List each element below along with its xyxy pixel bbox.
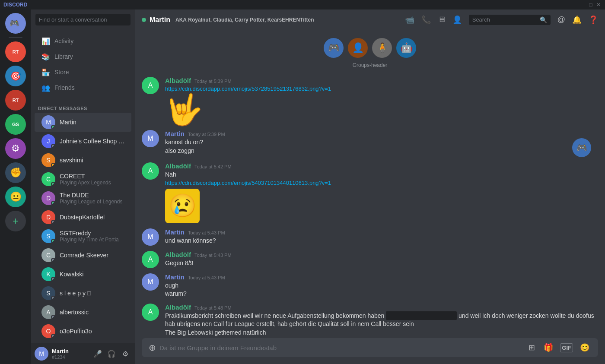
dm-avatar: C: [41, 248, 55, 262]
dm-item-coreet[interactable]: C COREET Playing Apex Legends: [35, 170, 131, 189]
message-group: M Martin Today at 5:39 PM kannst du on? …: [135, 128, 605, 159]
close-button[interactable]: ✕: [595, 2, 602, 8]
msg-content: Albadölf Today at 5:48 PM Praktikumsberi…: [165, 304, 598, 337]
dm-item-o3o[interactable]: O o3oPuffio3o: [35, 322, 131, 341]
mute-button[interactable]: 🎤: [92, 348, 104, 360]
add-server-button[interactable]: +: [5, 211, 26, 231]
message-group: A Albadölf Today at 5:42 PM Nah https://…: [135, 161, 605, 225]
username: Martin: [52, 348, 88, 355]
dm-status-dot: [51, 296, 55, 300]
dm-item-savshimi[interactable]: S savshimi: [35, 151, 131, 170]
attach-button[interactable]: ⊕: [149, 338, 156, 357]
dm-name-wrap: DubstepKartoffel: [60, 214, 128, 221]
server-icon-gear[interactable]: ⚙: [5, 138, 26, 159]
group-avatar-3: 🧍: [371, 37, 393, 59]
server-icon-fist[interactable]: ✊: [5, 162, 26, 183]
dm-name: Martin: [60, 119, 128, 126]
dm-sub: Playing My Time At Portia: [60, 237, 128, 243]
at-icon[interactable]: @: [557, 15, 565, 24]
library-icon: 📚: [41, 52, 50, 61]
msg-timestamp: Today at 5:39 PM: [188, 132, 225, 137]
dm-item-martin[interactable]: M Martin: [35, 113, 131, 132]
dm-item-tox[interactable]: T Tox: [35, 341, 131, 343]
dm-name: Comrade Skeever: [60, 252, 128, 259]
server-icon-rt[interactable]: RT: [5, 90, 26, 111]
dm-item-dubstep[interactable]: D DubstepKartoffel: [35, 208, 131, 227]
dm-status-dot: [51, 220, 55, 224]
help-icon[interactable]: ❓: [589, 15, 598, 25]
server-bar: 🎮 RT 🎯 RT GS ⚙ ✊ 😐 +: [0, 9, 31, 364]
store-icon: 🏪: [41, 68, 50, 76]
inbox-icon[interactable]: 🔔: [572, 15, 582, 25]
maximize-button[interactable]: □: [588, 2, 594, 8]
message-input[interactable]: [159, 339, 523, 356]
msg-header: Martin Today at 5:43 PM: [165, 273, 598, 281]
msg-link[interactable]: https://cdn.discordapp.com/emojis/537285…: [165, 85, 331, 92]
dm-item-thedude[interactable]: D The DUDE Playing League of Legends: [35, 189, 131, 208]
user-tag: #1234: [52, 355, 88, 360]
dm-item-albertossic[interactable]: A albertossic: [35, 303, 131, 322]
dm-name-wrap: SGTFreddy Playing My Time At Portia: [60, 230, 128, 243]
msg-author: Martin: [165, 273, 185, 281]
add-friend-icon[interactable]: 👤: [452, 15, 462, 25]
server-icon-2[interactable]: 🎯: [5, 66, 26, 86]
dm-nav: 📊 Activity 📚 Library 🏪 Store 👥 Friends: [31, 30, 135, 99]
dm-name-wrap: The DUDE Playing League of Legends: [60, 192, 128, 205]
settings-button[interactable]: ⚙: [119, 348, 131, 360]
nav-friends[interactable]: 👥 Friends: [35, 80, 131, 95]
group-avatar-2: 👤: [347, 37, 369, 59]
nav-library[interactable]: 📚 Library: [35, 49, 131, 64]
user-avatar: M: [35, 347, 48, 361]
dm-name-wrap: albertossic: [60, 309, 128, 316]
dm-status-dot: [51, 144, 55, 148]
groups-header-label: Groups-header: [353, 62, 388, 68]
server-icon-gs[interactable]: GS: [5, 114, 26, 135]
nitro-gift-icon[interactable]: ⊞: [527, 341, 537, 354]
dm-status-dot: [51, 125, 55, 129]
msg-header: Martin Today at 5:43 PM: [165, 228, 598, 236]
header-search-input[interactable]: [472, 16, 537, 23]
msg-avatar: A: [142, 162, 159, 180]
dm-item-kowalski[interactable]: K Kowalski: [35, 265, 131, 284]
dm-status-dot: [51, 334, 55, 338]
message-group: A Albadölf Today at 5:48 PM Praktikumsbe…: [135, 302, 605, 338]
nav-store[interactable]: 🏪 Store: [35, 64, 131, 80]
message-group: M Martin Today at 5:43 PM und wann könns…: [135, 227, 605, 247]
msg-author: Albadölf: [165, 162, 191, 170]
screen-share-icon[interactable]: 🖥: [438, 15, 446, 24]
gift-icon[interactable]: 🎁: [542, 341, 555, 354]
emoji-icon[interactable]: 😊: [578, 341, 591, 354]
dm-name: savshimi: [60, 157, 128, 164]
video-call-icon[interactable]: 📹: [405, 15, 414, 25]
dm-name-wrap: COREET Playing Apex Legends: [60, 173, 128, 186]
msg-header: Albadölf Today at 5:42 PM: [165, 162, 598, 170]
server-icon-1[interactable]: RT: [5, 41, 26, 62]
user-panel: M Martin #1234 🎤 🎧 ⚙: [31, 343, 135, 364]
gif-icon[interactable]: GIF: [560, 343, 573, 352]
dm-item-sleepy[interactable]: S s l e e p y □: [35, 284, 131, 303]
search-input[interactable]: [35, 14, 131, 25]
msg-avatar: A: [142, 304, 159, 321]
deafen-button[interactable]: 🎧: [105, 348, 118, 360]
dm-name: Kowalski: [60, 271, 128, 278]
discord-home-button[interactable]: 🎮: [5, 13, 26, 34]
minimize-button[interactable]: —: [580, 2, 586, 8]
dm-item-sgtfreddy[interactable]: S SGTFreddy Playing My Time At Portia: [35, 227, 131, 246]
nav-activity[interactable]: 📊 Activity: [35, 33, 131, 49]
dm-name-wrap: savshimi: [60, 157, 128, 164]
voice-call-icon[interactable]: 📞: [421, 15, 431, 25]
msg-link[interactable]: https://cdn.discordapp.com/emojis/540371…: [165, 180, 331, 186]
dm-sub: Playing League of Legends: [60, 199, 128, 205]
server-icon-face[interactable]: 😐: [5, 187, 26, 207]
dm-name: SGTFreddy: [60, 230, 128, 237]
dm-name: DubstepKartoffel: [60, 214, 128, 221]
msg-header: Albadölf Today at 5:48 PM: [165, 304, 598, 311]
dm-search-area: [31, 9, 135, 30]
dm-name-wrap: Martin: [60, 119, 128, 126]
msg-text: hab übrigens nen Call für League erstell…: [165, 320, 598, 329]
emoji-content: 🤟: [165, 95, 598, 125]
dm-item-johnie[interactable]: J Johnie's Coffee Shop & ...: [35, 132, 131, 151]
msg-avatar: M: [142, 228, 159, 246]
msg-avatar: A: [142, 251, 159, 268]
dm-item-comrade[interactable]: C Comrade Skeever: [35, 246, 131, 265]
